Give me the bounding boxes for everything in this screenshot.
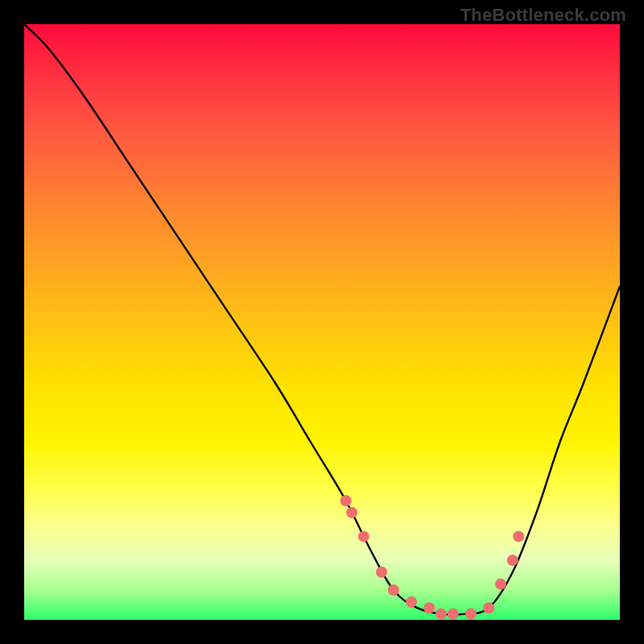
chart-frame: TheBottleneck.com <box>0 0 644 644</box>
curve-layer <box>24 24 620 620</box>
curve-marker <box>346 507 357 518</box>
curve-marker <box>495 579 506 590</box>
curve-marker <box>376 567 387 578</box>
curve-marker <box>358 530 369 542</box>
plot-area <box>24 24 620 620</box>
curve-marker <box>448 609 459 620</box>
curve-marker <box>513 530 524 542</box>
curve-marker <box>507 555 518 566</box>
curve-marker <box>406 597 417 608</box>
curve-marker <box>423 602 435 613</box>
watermark-text: TheBottleneck.com <box>460 5 626 26</box>
curve-marker <box>483 602 494 613</box>
marker-group <box>341 495 525 620</box>
curve-marker <box>465 609 477 620</box>
curve-marker <box>341 495 352 506</box>
curve-marker <box>388 584 399 596</box>
bottleneck-curve <box>24 24 620 615</box>
curve-marker <box>436 609 447 620</box>
